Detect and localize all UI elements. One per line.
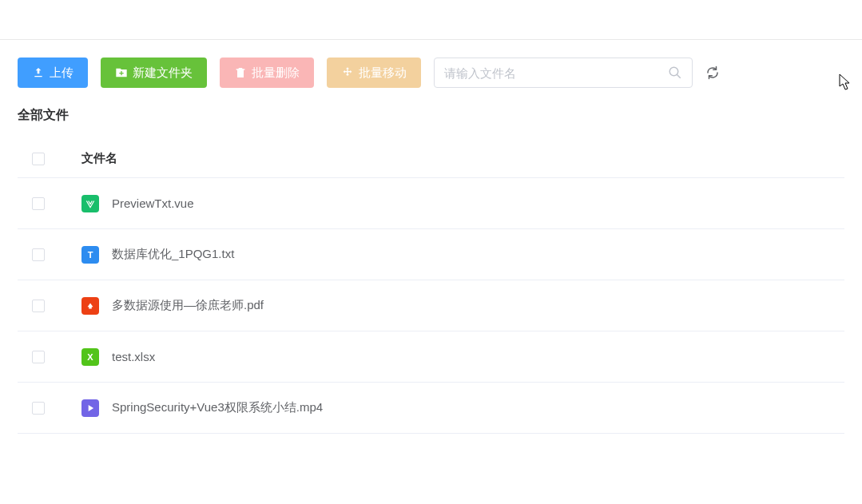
- new-folder-label: 新建文件夹: [133, 65, 193, 81]
- vue-file-icon: [81, 195, 99, 212]
- search-input[interactable]: [444, 66, 668, 80]
- header-checkbox-col: [18, 153, 81, 165]
- toolbar: 上传 新建文件夹 批量删除 批量移动: [18, 58, 844, 88]
- trash-icon: [234, 66, 247, 79]
- batch-delete-label: 批量删除: [252, 65, 300, 81]
- row-checkbox-col: [18, 300, 81, 312]
- row-checkbox[interactable]: [32, 300, 45, 312]
- table-row[interactable]: Xtest.xlsx: [18, 331, 844, 383]
- file-name[interactable]: 数据库优化_1PQG1.txt: [112, 247, 234, 262]
- row-filename-col: Xtest.xlsx: [81, 348, 844, 366]
- refresh-icon[interactable]: [705, 65, 720, 80]
- row-checkbox-col: [18, 197, 81, 210]
- svg-point-0: [669, 67, 678, 76]
- table-body: PreviewTxt.vueT数据库优化_1PQG1.txt多数据源使用—徐庶老…: [18, 178, 844, 434]
- file-name[interactable]: 多数据源使用—徐庶老师.pdf: [112, 298, 264, 313]
- row-checkbox-col: [18, 351, 81, 363]
- row-filename-col: 多数据源使用—徐庶老师.pdf: [81, 297, 844, 315]
- file-name[interactable]: SpringSecurity+Vue3权限系统小结.mp4: [112, 400, 323, 415]
- move-icon: [341, 66, 354, 79]
- select-all-checkbox[interactable]: [32, 153, 45, 165]
- table-row[interactable]: SpringSecurity+Vue3权限系统小结.mp4: [18, 383, 844, 434]
- row-checkbox-col: [18, 248, 81, 261]
- row-checkbox-col: [18, 402, 81, 415]
- new-folder-button[interactable]: 新建文件夹: [101, 58, 207, 88]
- header-filename: 文件名: [81, 151, 844, 166]
- breadcrumb[interactable]: 全部文件: [18, 107, 844, 124]
- pdf-file-icon: [81, 297, 99, 315]
- txt-file-icon: T: [81, 246, 99, 264]
- batch-move-label: 批量移动: [359, 65, 407, 81]
- table-header: 文件名: [18, 140, 844, 178]
- row-filename-col: T数据库优化_1PQG1.txt: [81, 246, 844, 264]
- table-row[interactable]: T数据库优化_1PQG1.txt: [18, 229, 844, 280]
- row-filename-col: PreviewTxt.vue: [81, 195, 844, 212]
- upload-button[interactable]: 上传: [18, 58, 88, 88]
- main-content: 上传 新建文件夹 批量删除 批量移动 全部文件 文: [0, 40, 862, 434]
- top-header-area: [0, 0, 862, 40]
- row-filename-col: SpringSecurity+Vue3权限系统小结.mp4: [81, 399, 844, 417]
- upload-label: 上传: [50, 65, 73, 81]
- batch-move-button[interactable]: 批量移动: [327, 58, 421, 88]
- row-checkbox[interactable]: [32, 248, 45, 261]
- file-name[interactable]: PreviewTxt.vue: [112, 196, 194, 210]
- file-table: 文件名 PreviewTxt.vueT数据库优化_1PQG1.txt多数据源使用…: [18, 140, 844, 434]
- upload-icon: [32, 66, 45, 79]
- row-checkbox[interactable]: [32, 197, 45, 210]
- svg-line-1: [677, 74, 681, 78]
- row-checkbox[interactable]: [32, 402, 45, 415]
- file-name[interactable]: test.xlsx: [112, 350, 155, 363]
- table-row[interactable]: 多数据源使用—徐庶老师.pdf: [18, 280, 844, 331]
- table-row[interactable]: PreviewTxt.vue: [18, 178, 844, 229]
- batch-delete-button[interactable]: 批量删除: [220, 58, 314, 88]
- search-wrapper: [434, 58, 693, 88]
- mp4-file-icon: [81, 399, 99, 417]
- folder-plus-icon: [115, 66, 128, 79]
- xlsx-file-icon: X: [81, 348, 99, 366]
- search-icon[interactable]: [668, 65, 682, 80]
- row-checkbox[interactable]: [32, 351, 45, 363]
